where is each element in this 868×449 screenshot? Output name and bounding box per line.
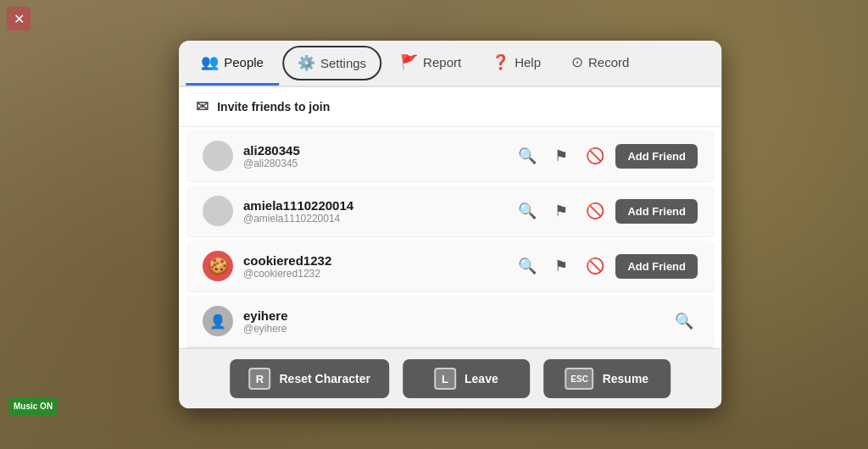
resume-label: Resume <box>603 372 648 385</box>
flag-button[interactable]: ⚑ <box>548 142 576 169</box>
avatar: 🍪 <box>203 251 233 281</box>
block-icon: 🚫 <box>587 257 605 275</box>
player-actions: 🔍 ⚑ 🚫 Add Friend <box>515 252 698 280</box>
leave-button[interactable]: L Leave <box>403 359 530 398</box>
invite-row[interactable]: ✉ Invite friends to join <box>179 87 721 127</box>
player-handle: @eyihere <box>243 323 670 335</box>
player-row: amiela1110220014 @amiela1110220014 🔍 ⚑ 🚫… <box>186 186 715 237</box>
player-info: amiela1110220014 @amiela1110220014 <box>243 198 514 224</box>
flag-icon: ⚑ <box>555 257 569 275</box>
zoom-icon: 🔍 <box>675 312 693 330</box>
avatar <box>203 141 233 171</box>
tab-bar: 👥 People ⚙️ Settings 🚩 Report ❓ Help ⊙ R… <box>179 41 721 87</box>
tab-record[interactable]: ⊙ Record <box>556 42 644 86</box>
avatar <box>203 196 233 226</box>
flag-icon: ⚑ <box>555 147 569 165</box>
reset-key-badge: R <box>248 368 270 390</box>
help-icon: ❓ <box>492 53 509 71</box>
block-button[interactable]: 🚫 <box>582 142 609 169</box>
tab-help-label: Help <box>515 55 541 69</box>
zoom-button[interactable]: 🔍 <box>670 308 698 335</box>
zoom-icon: 🔍 <box>519 147 537 165</box>
block-button[interactable]: 🚫 <box>582 197 609 224</box>
tab-report-label: Report <box>423 55 461 69</box>
player-info: eyihere @eyihere <box>243 308 670 335</box>
avatar: 👤 <box>203 306 233 336</box>
player-handle: @cookiered1232 <box>243 268 514 280</box>
player-info: cookiered1232 @cookiered1232 <box>243 253 514 280</box>
bottom-bar: R Reset Character L Leave ESC Resume <box>179 348 721 408</box>
resume-button[interactable]: ESC Resume <box>543 359 670 398</box>
player-handle: @ali280345 <box>243 158 514 169</box>
zoom-button[interactable]: 🔍 <box>515 197 542 224</box>
add-friend-button[interactable]: Add Friend <box>616 199 698 224</box>
people-icon: 👥 <box>201 53 219 71</box>
tab-record-label: Record <box>588 55 629 69</box>
tab-people[interactable]: 👥 People <box>186 42 279 86</box>
music-label: Music ON <box>8 397 58 415</box>
player-actions: 🔍 ⚑ 🚫 Add Friend <box>515 142 698 169</box>
close-button[interactable]: ✕ <box>7 7 31 30</box>
block-icon: 🚫 <box>587 147 605 165</box>
zoom-icon: 🔍 <box>519 257 537 275</box>
player-row: 🍪 cookiered1232 @cookiered1232 🔍 ⚑ 🚫 Add… <box>186 241 715 292</box>
invite-label: Invite friends to join <box>217 100 330 114</box>
invite-icon: ✉ <box>196 97 209 116</box>
tab-report[interactable]: 🚩 Report <box>385 42 476 86</box>
tab-settings-label: Settings <box>320 56 366 70</box>
leave-key-badge: L <box>434 368 456 390</box>
zoom-icon: 🔍 <box>519 202 537 220</box>
flag-button[interactable]: ⚑ <box>548 252 576 280</box>
leave-label: Leave <box>465 372 498 385</box>
player-info: ali280345 @ali280345 <box>243 143 514 169</box>
reset-character-label: Reset Character <box>279 372 370 385</box>
tab-people-label: People <box>224 55 264 69</box>
player-row: ali280345 @ali280345 🔍 ⚑ 🚫 Add Friend <box>186 130 715 182</box>
player-list: ali280345 @ali280345 🔍 ⚑ 🚫 Add Friend a <box>179 127 721 347</box>
record-icon: ⊙ <box>571 53 583 71</box>
add-friend-button[interactable]: Add Friend <box>616 254 698 279</box>
flag-icon: ⚑ <box>555 202 569 220</box>
tab-help[interactable]: ❓ Help <box>476 42 556 86</box>
tab-settings[interactable]: ⚙️ Settings <box>282 46 381 80</box>
player-actions: 🔍 <box>670 308 698 335</box>
player-name: amiela1110220014 <box>243 198 514 213</box>
report-icon: 🚩 <box>400 53 418 71</box>
player-actions: 🔍 ⚑ 🚫 Add Friend <box>515 197 698 224</box>
add-friend-button[interactable]: Add Friend <box>616 144 698 169</box>
block-button[interactable]: 🚫 <box>582 252 609 280</box>
settings-icon: ⚙️ <box>298 54 315 72</box>
zoom-button[interactable]: 🔍 <box>515 252 542 280</box>
main-panel: 👥 People ⚙️ Settings 🚩 Report ❓ Help ⊙ R… <box>179 41 721 408</box>
player-name: ali280345 <box>243 143 514 158</box>
player-name: eyihere <box>243 308 670 323</box>
close-icon: ✕ <box>14 11 25 27</box>
reset-character-button[interactable]: R Reset Character <box>230 359 388 398</box>
resume-key-badge: ESC <box>565 368 594 390</box>
block-icon: 🚫 <box>587 202 605 220</box>
flag-button[interactable]: ⚑ <box>548 197 576 224</box>
zoom-button[interactable]: 🔍 <box>515 142 542 169</box>
player-handle: @amiela1110220014 <box>243 213 514 224</box>
player-name: cookiered1232 <box>243 253 514 268</box>
player-row: 👤 eyihere @eyihere 🔍 <box>186 296 715 347</box>
